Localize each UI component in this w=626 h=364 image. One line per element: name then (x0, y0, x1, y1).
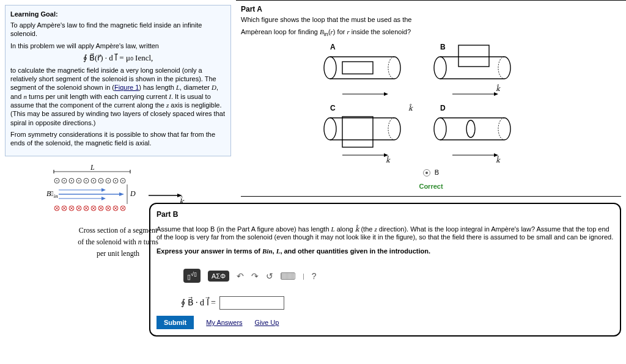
svg-marker-26 (119, 192, 124, 196)
goal-para-1: To apply Ampère's law to find the magnet… (10, 21, 226, 38)
svg-point-16 (71, 180, 72, 181)
svg-rect-73 (458, 45, 489, 67)
txt: turns per unit length with each carrying… (27, 93, 169, 100)
part-a-header: Part A (241, 5, 621, 13)
svg-marker-30 (101, 197, 106, 200)
txt: , and other quantities given in the intr… (280, 247, 430, 255)
svg-text:L: L (90, 163, 95, 172)
txt: (the (359, 225, 374, 233)
svg-text:k̂: k̂ (386, 156, 391, 162)
txt: Assume that loop B (in the Part A figure… (156, 225, 331, 233)
svg-rect-79 (342, 117, 373, 147)
svg-point-72 (434, 57, 446, 79)
goal-para-2b: to calculate the magnetic field inside a… (10, 66, 226, 127)
svg-text:A: A (330, 43, 336, 51)
var: Bin (262, 247, 273, 255)
var-D: D (212, 84, 216, 91)
svg-point-20 (100, 180, 101, 181)
figure-1-link[interactable]: Figure 1 (114, 84, 139, 91)
txt: , diameter (180, 84, 212, 91)
selected-answer: B (241, 169, 621, 177)
options-figure: A B k̂ C (241, 40, 621, 162)
svg-point-23 (122, 180, 123, 181)
svg-rect-68 (342, 62, 373, 74)
submit-button[interactable]: Submit (156, 316, 194, 329)
goal-para-2a: In this problem we will apply Ampère's l… (10, 42, 226, 50)
svg-point-21 (108, 180, 109, 181)
svg-text:k̂: k̂ (496, 84, 501, 92)
svg-point-17 (78, 180, 79, 181)
svg-point-85 (434, 118, 446, 140)
lhs-expression: ∮ B⃗ · d l⃗ = (181, 297, 216, 308)
svg-point-67 (324, 57, 336, 79)
learning-goal-box: Learning Goal: To apply Ampère's law to … (5, 5, 231, 156)
svg-text:k̂: k̂ (408, 104, 413, 112)
answer-toolbar: ▯√▯ ΑΣΦ ↶ ↷ ↺ | ? (181, 266, 319, 285)
svg-marker-75 (494, 92, 498, 96)
svg-point-15 (64, 180, 65, 181)
part-b-instruction: Express your answer in terms of Bin, L, … (156, 247, 614, 255)
svg-text:B: B (440, 43, 446, 51)
my-answers-link[interactable]: My Answers (206, 319, 242, 326)
answer-line: ∮ B⃗ · d l⃗ = (181, 296, 614, 310)
correct-label: Correct (241, 183, 621, 190)
txt: along (335, 225, 355, 233)
svg-point-78 (324, 118, 336, 140)
undo-icon[interactable]: ↶ (237, 271, 244, 281)
svg-point-14 (56, 180, 57, 181)
svg-point-86 (466, 120, 475, 137)
part-b-section: Part B Assume that loop B (in the Part A… (149, 203, 621, 337)
svg-point-18 (86, 180, 87, 181)
help-icon[interactable]: ? (312, 271, 317, 281)
answer-input[interactable] (219, 296, 284, 310)
svg-text:D: D (130, 189, 136, 198)
give-up-link[interactable]: Give Up (255, 319, 279, 326)
svg-text:D: D (440, 104, 446, 112)
svg-text:B⃗in: B⃗in (46, 189, 58, 199)
template-tool-button[interactable]: ▯√▯ (183, 269, 201, 283)
svg-text:C: C (330, 104, 336, 112)
redo-icon[interactable]: ↷ (251, 271, 259, 281)
part-b-header: Part B (156, 210, 614, 219)
goal-header: Learning Goal: (10, 10, 226, 18)
txt: Express your answer in terms of (156, 247, 262, 255)
goal-para-3: From symmetry considerations it is possi… (10, 130, 226, 148)
reset-icon[interactable]: ↺ (266, 271, 273, 281)
svg-marker-70 (384, 92, 388, 96)
svg-point-22 (115, 180, 116, 181)
txt: ) has length (139, 84, 176, 91)
svg-text:k̂: k̂ (496, 156, 501, 162)
part-a-q1: Which figure shows the loop that the mus… (241, 16, 621, 23)
part-b-question: Assume that loop B (in the Part A figure… (156, 225, 614, 241)
part-a-q2: Ampèrean loop for finding Bin(r) for r i… (241, 28, 621, 37)
selected-answer-text: B (435, 169, 439, 176)
radio-selected-icon (423, 169, 430, 177)
svg-point-19 (93, 180, 94, 181)
amperes-law-equation: ∮ B⃗(r⃗) · d l⃗ = μ₀ Iencl, (10, 53, 226, 63)
keyboard-icon[interactable] (281, 272, 295, 280)
greek-tool-button[interactable]: ΑΣΦ (208, 271, 229, 282)
svg-marker-28 (101, 188, 106, 192)
part-a-section: Part A Which figure shows the loop that … (241, 5, 621, 197)
